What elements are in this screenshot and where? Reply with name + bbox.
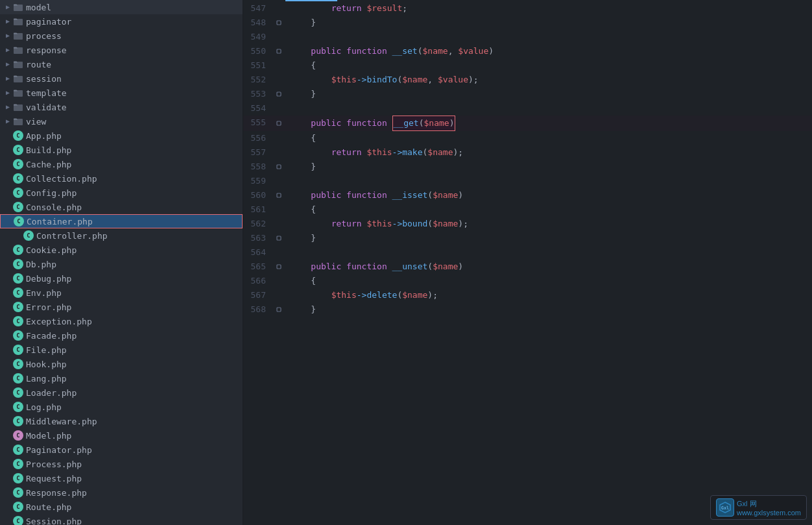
arrow-icon (3, 416, 13, 426)
code-content: return $this->make($name); (285, 145, 463, 160)
sidebar-file-Controllerphp[interactable]: C Controller.php (0, 228, 243, 243)
sidebar-item-label: Controller.php (36, 231, 108, 241)
sidebar-folder-response[interactable]: response (0, 43, 243, 57)
sidebar-file-Sessionphp[interactable]: C Session.php (0, 514, 243, 525)
file-type-icon: C (13, 173, 23, 184)
sidebar-file-Responsephp[interactable]: C Response.php (0, 485, 243, 500)
sidebar-file-Consolephp[interactable]: C Console.php (0, 200, 243, 214)
code-content: public function __set($name, $value) (285, 44, 494, 58)
sidebar-file-Appphp[interactable]: C App.php (0, 128, 243, 143)
arrow-icon (3, 459, 13, 469)
arrow-icon (3, 502, 13, 512)
sidebar-file-Filephp[interactable]: C File.php (0, 343, 243, 357)
sidebar-file-Errorphp[interactable]: C Error.php (0, 300, 243, 314)
sidebar-item-label: Db.php (26, 260, 56, 269)
sidebar-file-Facadephp[interactable]: C Facade.php (0, 328, 243, 343)
gutter-icon (272, 87, 285, 101)
arrow-icon (3, 487, 13, 498)
sidebar-item-label: model (26, 3, 51, 12)
arrow-icon (3, 73, 13, 84)
file-type-icon: C (14, 216, 24, 226)
arrow-icon (13, 230, 23, 241)
svg-rect-9 (277, 21, 281, 25)
sidebar-item-label: Cache.php (26, 160, 71, 169)
sidebar-item-label: route (26, 60, 51, 69)
sidebar-file-Logphp[interactable]: C Log.php (0, 400, 243, 414)
file-tree[interactable]: model paginator process (0, 0, 243, 525)
arrow-icon (3, 159, 13, 169)
sidebar-file-Envphp[interactable]: C Env.php (0, 286, 243, 300)
file-type-icon: C (13, 430, 23, 441)
file-type-icon: C (13, 473, 23, 483)
code-editor: 547 return $result;548 }549550 public fu… (243, 0, 812, 525)
svg-rect-10 (277, 49, 281, 53)
sidebar-item-label: Log.php (26, 402, 62, 412)
sidebar-file-Exceptionphp[interactable]: C Exception.php (0, 314, 243, 328)
sidebar-file-Processphp[interactable]: C Process.php (0, 457, 243, 471)
sidebar-file-Modelphp[interactable]: C Model.php (0, 428, 243, 443)
code-content (285, 30, 291, 44)
sidebar-folder-model[interactable]: model (0, 0, 243, 14)
code-content: $this->delete($name); (285, 288, 438, 302)
code-line-561: 561 { (243, 202, 812, 217)
sidebar-file-Dbphp[interactable]: C Db.php (0, 257, 243, 271)
sidebar-file-Containerphp[interactable]: C Container.php (0, 214, 243, 228)
sidebar-folder-route[interactable]: route (0, 57, 243, 71)
sidebar-file-Paginatorphp[interactable]: C Paginator.php (0, 443, 243, 457)
folder-icon (13, 2, 23, 12)
sidebar-file-Routephp[interactable]: C Route.php (0, 500, 243, 514)
sidebar-folder-paginator[interactable]: paginator (0, 14, 243, 29)
sidebar-folder-session[interactable]: session (0, 71, 243, 86)
sidebar-folder-template[interactable]: template (0, 86, 243, 100)
code-content: } (285, 302, 316, 317)
folder-icon (13, 16, 23, 27)
file-type-icon: C (13, 459, 23, 469)
sidebar-file-Debugphp[interactable]: C Debug.php (0, 271, 243, 286)
sidebar-file-Configphp[interactable]: C Config.php (0, 186, 243, 200)
code-line-562: 562 return $this->bound($name); (243, 217, 812, 231)
sidebar-file-Collectionphp[interactable]: C Collection.php (0, 171, 243, 186)
arrow-icon (3, 402, 13, 412)
file-type-icon: C (13, 516, 23, 525)
folder-icon (13, 102, 23, 112)
code-line-564: 564 (243, 245, 812, 260)
folder-icon (13, 116, 23, 127)
file-type-icon: C (13, 445, 23, 455)
sidebar-folder-view[interactable]: view (0, 114, 243, 128)
sidebar-file-Langphp[interactable]: C Lang.php (0, 371, 243, 385)
sidebar-item-label: Facade.php (26, 331, 77, 341)
line-number: 548 (243, 16, 272, 30)
sidebar-folder-validate[interactable]: validate (0, 100, 243, 114)
gutter-icon (272, 30, 285, 44)
sidebar-file-Cookiephp[interactable]: C Cookie.php (0, 243, 243, 257)
line-number: 555 (243, 116, 272, 131)
svg-rect-14 (277, 193, 281, 197)
gutter-icon (272, 131, 285, 145)
sidebar-item-label: Session.php (26, 517, 82, 526)
sidebar-file-Hookphp[interactable]: C Hook.php (0, 357, 243, 371)
arrow-icon (3, 287, 13, 298)
line-number: 564 (243, 245, 272, 260)
arrow-icon (3, 430, 13, 441)
sidebar-file-Requestphp[interactable]: C Request.php (0, 471, 243, 485)
sidebar-file-Middlewarephp[interactable]: C Middleware.php (0, 414, 243, 428)
arrow-icon (3, 273, 13, 284)
arrow-icon (3, 516, 13, 525)
sidebar-item-label: Error.php (26, 302, 71, 312)
sidebar-item-label: Env.php (26, 288, 62, 298)
code-line-549: 549 (243, 30, 812, 44)
sidebar-file-Loaderphp[interactable]: C Loader.php (0, 385, 243, 400)
code-content: public function __unset($name) (285, 260, 463, 274)
gutter-icon (272, 288, 285, 302)
sidebar-item-label: Process.php (26, 459, 82, 469)
file-type-icon: C (13, 145, 23, 155)
sidebar-folder-process[interactable]: process (0, 29, 243, 43)
sidebar-item-label: Route.php (26, 502, 71, 512)
sidebar-item-label: Request.php (26, 474, 82, 483)
sidebar-file-Buildphp[interactable]: C Build.php (0, 143, 243, 157)
code-content: } (285, 160, 316, 174)
sidebar-file-Cachephp[interactable]: C Cache.php (0, 157, 243, 171)
arrow-icon (3, 373, 13, 384)
arrow-icon (3, 130, 13, 141)
sidebar-item-label: Response.php (26, 488, 87, 498)
